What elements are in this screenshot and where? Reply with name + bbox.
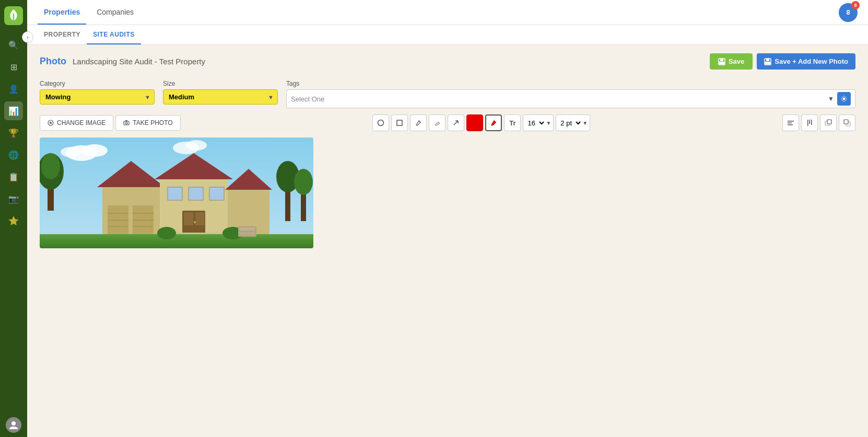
send-backward-button[interactable]	[839, 114, 855, 131]
svg-rect-53	[184, 212, 193, 225]
form-fields: Category Mowing Trimming Cleanup ▼ Size …	[40, 80, 855, 108]
font-size-control[interactable]: 12 14 16 18 20 ▼	[523, 114, 554, 131]
svg-rect-7	[765, 62, 770, 64]
main-area: Properties Companies 8 8 PROPERTY SITE A…	[27, 0, 868, 437]
sidebar-icon-star[interactable]: ⭐	[4, 211, 23, 230]
category-select-wrapper[interactable]: Mowing Trimming Cleanup ▼	[40, 89, 155, 105]
svg-rect-59	[40, 234, 313, 248]
notification-badge: 8	[851, 1, 860, 9]
svg-rect-21	[811, 120, 812, 125]
svg-point-12	[125, 122, 127, 124]
align-left-button[interactable]	[782, 114, 799, 131]
svg-point-8	[843, 98, 846, 100]
page-subtitle: Landscaping Site Audit - Test Property	[73, 57, 205, 66]
save-add-icon	[764, 58, 771, 65]
sidebar-icon-search[interactable]: 🔍	[4, 36, 23, 54]
take-photo-button[interactable]: TAKE PHOTO	[115, 115, 180, 131]
sidebar-icon-camera[interactable]: 📷	[4, 189, 23, 208]
user-initials: 8	[846, 8, 850, 16]
svg-rect-13	[125, 120, 127, 121]
svg-rect-16	[788, 121, 794, 122]
top-navigation: Properties Companies 8 8	[27, 0, 868, 25]
svg-rect-17	[788, 123, 792, 124]
photo-preview	[40, 137, 313, 248]
subnav-property[interactable]: PROPERTY	[38, 26, 87, 44]
tags-placeholder: Select One	[291, 95, 825, 103]
change-image-icon	[48, 120, 54, 126]
subnav-site-audits[interactable]: SITE AUDITS	[87, 26, 141, 44]
svg-point-10	[50, 122, 52, 124]
stroke-size-control[interactable]: 1 pt 2 pt 3 pt ▼	[556, 114, 590, 131]
sidebar-bottom	[6, 417, 21, 433]
svg-point-69	[294, 169, 313, 195]
sidebar-icon-report[interactable]: 📋	[4, 167, 23, 186]
svg-rect-3	[720, 59, 723, 61]
font-size-chevron-icon: ▼	[546, 120, 553, 126]
svg-point-29	[61, 147, 81, 157]
circle-tool-button[interactable]	[372, 114, 389, 131]
category-label: Category	[40, 80, 155, 87]
svg-rect-6	[766, 59, 769, 61]
svg-point-28	[81, 144, 108, 157]
svg-rect-50	[189, 187, 203, 200]
sidebar-collapse-btn[interactable]: ›	[22, 31, 33, 43]
tags-dropdown-icon[interactable]: ▼	[828, 95, 834, 102]
send-forward-button[interactable]	[820, 114, 837, 131]
app-logo[interactable]	[4, 6, 23, 27]
tab-companies[interactable]: Companies	[90, 1, 140, 25]
svg-rect-54	[195, 212, 205, 225]
align-up-button[interactable]	[801, 114, 818, 131]
user-avatar[interactable]	[6, 417, 21, 433]
pen-tool-button[interactable]	[410, 114, 427, 131]
svg-point-31	[186, 140, 207, 151]
size-select-wrapper[interactable]: Small Medium Large ▼	[163, 89, 278, 105]
sidebar-icon-people[interactable]: 👤	[4, 79, 23, 98]
svg-rect-23	[827, 120, 831, 124]
tags-input-area[interactable]: Select One ▼	[286, 89, 855, 108]
save-button[interactable]: Save	[710, 53, 753, 70]
annotation-toolbar: CHANGE IMAGE TAKE PHOTO	[40, 114, 855, 131]
sidebar-icon-trophy[interactable]: 🏆	[4, 123, 23, 142]
page-content: Photo Landscaping Site Audit - Test Prop…	[27, 45, 868, 437]
tab-properties[interactable]: Properties	[38, 1, 86, 25]
svg-rect-25	[844, 120, 848, 124]
svg-point-60	[157, 227, 176, 239]
svg-rect-20	[810, 120, 811, 124]
size-field: Size Small Medium Large ▼	[163, 80, 278, 105]
sidebar: › 🔍 ⊞ 👤 📊 🏆 🌐 📋 📷 ⭐	[0, 0, 27, 437]
arrow-tool-button[interactable]	[448, 114, 464, 131]
tags-field: Tags Select One ▼	[286, 80, 855, 108]
tags-settings-icon[interactable]	[837, 92, 851, 106]
size-select[interactable]: Small Medium Large	[163, 89, 278, 105]
font-size-select[interactable]: 12 14 16 18 20	[523, 115, 546, 131]
svg-rect-15	[397, 120, 402, 125]
header-actions: Save Save + Add New Photo	[710, 53, 855, 70]
user-menu-button[interactable]: 8 8	[839, 3, 858, 22]
tags-label: Tags	[286, 80, 855, 87]
save-add-new-photo-button[interactable]: Save + Add New Photo	[757, 53, 855, 70]
svg-rect-51	[209, 187, 224, 200]
color-picker-button[interactable]	[485, 114, 502, 131]
svg-rect-4	[719, 62, 724, 64]
category-select[interactable]: Mowing Trimming Cleanup	[40, 89, 155, 105]
sidebar-icon-home[interactable]: ⊞	[4, 58, 23, 76]
page-title: Photo	[40, 56, 66, 67]
svg-point-14	[378, 120, 384, 126]
color-swatch-red[interactable]	[466, 114, 483, 131]
sub-navigation: PROPERTY SITE AUDITS	[27, 25, 868, 45]
change-image-button[interactable]: CHANGE IMAGE	[40, 115, 113, 131]
svg-rect-18	[788, 124, 793, 125]
page-header: Photo Landscaping Site Audit - Test Prop…	[40, 53, 855, 70]
text-tool-button[interactable]: Tr	[504, 114, 521, 131]
svg-rect-64	[239, 227, 255, 231]
stroke-size-select[interactable]: 1 pt 2 pt 3 pt	[556, 115, 582, 131]
svg-rect-49	[168, 187, 182, 200]
sidebar-icon-globe[interactable]: 🌐	[4, 145, 23, 164]
eraser-tool-button[interactable]	[429, 114, 445, 131]
category-field: Category Mowing Trimming Cleanup ▼	[40, 80, 155, 105]
camera-take-icon	[123, 120, 130, 126]
svg-point-34	[41, 153, 60, 179]
sidebar-icon-chart[interactable]: 📊	[4, 101, 23, 120]
rectangle-tool-button[interactable]	[391, 114, 408, 131]
svg-point-55	[194, 221, 196, 223]
